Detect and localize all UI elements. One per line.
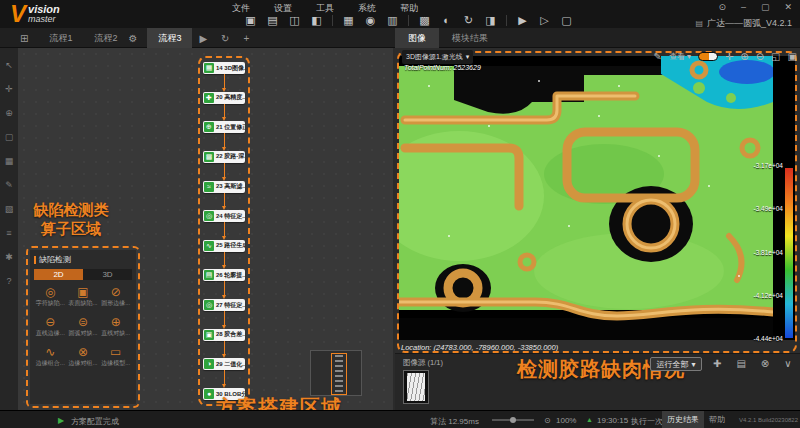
image-result-panel: ✎ 查看 ▾ ✛ ⊕ ⊖ ◱ ▣ 3D图像源1.激光线 ▾ [395, 48, 800, 410]
close-icon[interactable]: ✕ [784, 2, 792, 12]
minimap-viewport[interactable] [331, 353, 347, 395]
flow-manage-icon[interactable]: ⊞ [20, 33, 28, 44]
tab-flow2[interactable]: 流程2 [83, 28, 128, 48]
draw-icon[interactable]: ✎ [654, 51, 662, 62]
data-queue-icon[interactable]: ▥ [386, 14, 399, 27]
tab-3d[interactable]: 3D [83, 269, 132, 280]
tab-flow1[interactable]: 流程1 [38, 28, 83, 48]
flow-node[interactable]: ◑29 二值化... [203, 358, 245, 370]
folder-icon[interactable]: ▤ [736, 358, 745, 369]
tab-history-results[interactable]: 历史结果 [662, 411, 704, 428]
tab-help[interactable]: 帮助 [704, 411, 730, 428]
defect-tool[interactable]: ⊘圆形边缘... [99, 285, 132, 308]
exec-mode-label: 执行一次 [631, 416, 663, 427]
defect-tool[interactable]: ⊜圆弧对缺... [67, 315, 100, 338]
flow-connector [203, 311, 245, 329]
pointcloud-viewer[interactable]: TotalPointNum: 2523629 -3.17e+04 -3.49e+… [399, 56, 795, 340]
render-mode-toggle[interactable] [698, 52, 718, 61]
run-once-icon[interactable]: ▷ [538, 14, 551, 27]
point-count-label: TotalPointNum: 2523629 [404, 64, 481, 71]
export-icon[interactable]: ◫ [288, 14, 301, 27]
add-flow-icon[interactable]: + [244, 33, 250, 44]
global-refresh-icon[interactable]: ↻ [462, 14, 475, 27]
snapshot-icon[interactable]: ▣ [788, 51, 797, 62]
defect-tool[interactable]: ∿边缘组合... [34, 345, 67, 368]
image-thumbnail[interactable] [403, 370, 429, 404]
cursor-location-label: Location: (24783.000, -78960.000, -33850… [401, 343, 793, 352]
pointer-tool-icon[interactable]: ↖ [5, 60, 13, 70]
zoom-in-icon[interactable]: ⊕ [740, 51, 748, 62]
window-controls: ⊙ – ▢ ✕ [718, 2, 792, 12]
height-colorbar [785, 168, 793, 338]
maximize-icon[interactable]: ▢ [761, 2, 770, 12]
flow-canvas[interactable]: ▦14 3D图像... ✚20 高精度... ⊕21 位置修正1 ▩22 胶路-… [18, 48, 393, 410]
flow-node[interactable]: ◎24 特征定... [203, 210, 245, 222]
node-icon: ● [204, 389, 214, 399]
flow-node[interactable]: ▤26 轮廓提... [203, 269, 245, 281]
flow-node[interactable]: ∿25 路径生成1 [203, 240, 245, 252]
tab-flow3[interactable]: 流程3 [147, 28, 192, 48]
list-tool-icon[interactable]: ≡ [6, 228, 11, 238]
grid-tool-icon[interactable]: ▦ [5, 156, 14, 166]
zoom-slider[interactable] [492, 419, 534, 421]
flow-node[interactable]: ◎27 特征定... [203, 299, 245, 311]
title-bar: V vision master 文件 设置 工具 系统 帮助 ⊙ – ▢ ✕ ▣… [0, 0, 800, 28]
tab-module-result[interactable]: 模块结果 [439, 28, 501, 48]
run-all-button[interactable]: 运行全部 ▾ [650, 357, 702, 371]
flow-node[interactable]: ▦14 3D图像... [203, 62, 245, 74]
flow-connector [203, 222, 245, 240]
line-pair-icon: ⊕ [99, 315, 132, 329]
flow-run-icon[interactable]: ▶ [199, 33, 207, 44]
run-continuous-icon[interactable]: ▶ [516, 14, 529, 27]
flow-edit-icon[interactable]: ⚙ [128, 33, 137, 44]
flow-node[interactable]: ≈23 高斯滤... [203, 181, 245, 193]
camera-icon[interactable]: ◉ [364, 14, 377, 27]
edit-tool-icon[interactable]: ✎ [5, 180, 13, 190]
image-source-icon[interactable]: ▦ [342, 14, 355, 27]
one-to-one-icon[interactable]: ◱ [771, 51, 780, 62]
status-ready-text: 方案配置完成 [71, 416, 119, 427]
defect-tool[interactable]: ▭边缘模型... [99, 345, 132, 368]
flow-connector [203, 281, 245, 299]
view-dropdown[interactable]: 查看 ▾ [669, 51, 691, 62]
pin-icon[interactable]: ⊙ [718, 2, 726, 12]
flow-node[interactable]: ▩22 胶路-深... [203, 151, 245, 163]
calibration-icon[interactable]: ◐ [440, 14, 453, 26]
minimize-icon[interactable]: – [741, 2, 746, 12]
node-icon: ▩ [204, 152, 214, 162]
pan-tool-icon[interactable]: ✛ [5, 84, 13, 94]
image-source-selector[interactable]: 3D图像源1.激光线 ▾ [402, 50, 473, 64]
flow-minimap[interactable] [310, 350, 362, 396]
flow-loop-icon[interactable]: ↻ [221, 33, 229, 44]
defect-tool[interactable]: ⊗边缘对组... [67, 345, 100, 368]
defect-tool[interactable]: ▣表面缺陷... [67, 285, 100, 308]
region-tool-icon[interactable]: ▢ [5, 132, 14, 142]
crosshair-icon[interactable]: ✛ [725, 51, 733, 62]
collapse-icon[interactable]: ∨ [784, 358, 791, 369]
save-icon[interactable]: ▣ [244, 14, 257, 27]
toolbar-separator [332, 15, 333, 26]
communication-icon[interactable]: ◨ [484, 14, 497, 27]
tab-image[interactable]: 图像 [395, 28, 439, 48]
delete-icon[interactable]: ⊗ [761, 358, 769, 369]
stop-icon[interactable]: ▢ [560, 14, 573, 27]
help-tool-icon[interactable]: ? [6, 276, 11, 286]
open-icon[interactable]: ▤ [266, 14, 279, 27]
viewer-toolbar: ✎ 查看 ▾ ✛ ⊕ ⊖ ◱ ▣ [654, 49, 797, 63]
flow-node[interactable]: ⊕21 位置修正1 [203, 121, 245, 133]
tools-tool-icon[interactable]: ✱ [5, 252, 13, 262]
add-icon[interactable]: ✚ [713, 358, 721, 369]
layers-tool-icon[interactable]: ▧ [5, 204, 14, 214]
zoom-tool-icon[interactable]: ⊕ [5, 108, 13, 118]
tab-2d[interactable]: 2D [34, 269, 83, 280]
zoom-out-icon[interactable]: ⊖ [756, 51, 764, 62]
node-icon: ▦ [204, 63, 214, 73]
data-icon[interactable]: ▩ [418, 14, 431, 27]
import-icon[interactable]: ◧ [310, 14, 323, 27]
flow-node[interactable]: ▣28 胶合差... [203, 329, 245, 341]
exec-time-label: 19:30:15 [597, 416, 628, 425]
defect-tool[interactable]: ⊖直线边缘... [34, 315, 67, 338]
defect-tool[interactable]: ⊕直线对缺... [99, 315, 132, 338]
flow-node[interactable]: ✚20 高精度... [203, 92, 245, 104]
defect-tool[interactable]: ◎字符缺陷... [34, 285, 67, 308]
